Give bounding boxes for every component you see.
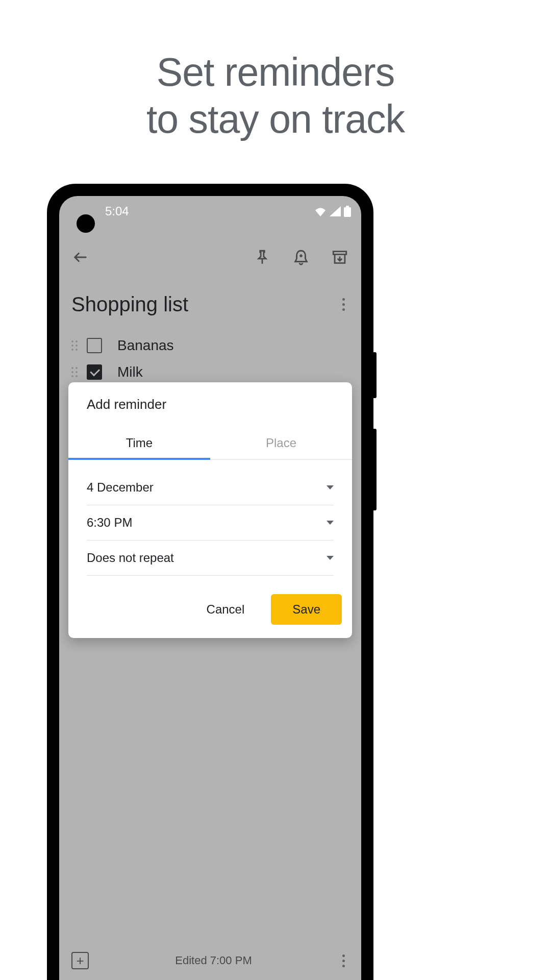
more-options-icon[interactable]: [338, 950, 349, 971]
back-icon[interactable]: [71, 248, 90, 266]
wifi-icon: [314, 206, 327, 216]
save-button[interactable]: Save: [271, 594, 342, 625]
time-field[interactable]: 6:30 PM: [87, 505, 334, 541]
app-toolbar: [59, 237, 361, 278]
marketing-headline: Set reminders to stay on track: [0, 0, 551, 143]
list-item[interactable]: Milk: [71, 359, 349, 385]
dialog-title: Add reminder: [68, 382, 352, 427]
date-field[interactable]: 4 December: [87, 470, 334, 505]
chevron-down-icon: [327, 485, 334, 489]
phone-frame: 5:04: [47, 184, 373, 980]
hero-line2: to stay on track: [146, 97, 405, 141]
chevron-down-icon: [327, 556, 334, 560]
hero-line1: Set reminders: [157, 50, 394, 94]
checkbox-checked[interactable]: [87, 364, 102, 380]
note-area: Shopping list Bananas: [59, 293, 361, 385]
dialog-tabs: Time Place: [68, 427, 352, 460]
repeat-field[interactable]: Does not repeat: [87, 541, 334, 576]
drag-handle-icon[interactable]: [71, 340, 78, 351]
bottom-bar: + Edited 7:00 PM: [59, 941, 361, 980]
edited-timestamp: Edited 7:00 PM: [99, 954, 328, 967]
pin-icon[interactable]: [253, 248, 271, 266]
add-reminder-dialog: Add reminder Time Place 4 December 6:30 …: [68, 382, 352, 638]
add-content-icon[interactable]: +: [71, 952, 89, 969]
archive-icon[interactable]: [331, 248, 349, 266]
phone-side-button: [373, 429, 377, 510]
list-item[interactable]: Bananas: [71, 332, 349, 359]
drag-handle-icon[interactable]: [71, 367, 78, 377]
chevron-down-icon: [327, 521, 334, 525]
phone-side-button: [373, 352, 377, 398]
date-value: 4 December: [87, 480, 154, 495]
tab-place[interactable]: Place: [210, 427, 352, 459]
tab-time[interactable]: Time: [68, 427, 210, 459]
svg-rect-0: [344, 207, 351, 217]
list-item-label[interactable]: Bananas: [117, 337, 174, 354]
camera-punch-hole: [77, 214, 95, 233]
status-bar: 5:04: [59, 196, 361, 227]
note-title[interactable]: Shopping list: [71, 293, 188, 316]
list-item-label[interactable]: Milk: [117, 364, 143, 380]
status-time: 5:04: [105, 204, 129, 218]
battery-icon: [344, 206, 351, 217]
more-options-icon[interactable]: [338, 294, 349, 315]
svg-rect-1: [346, 206, 349, 207]
checkbox[interactable]: [87, 338, 102, 353]
reminder-bell-icon[interactable]: [292, 248, 310, 266]
repeat-value: Does not repeat: [87, 551, 174, 565]
time-value: 6:30 PM: [87, 516, 132, 530]
signal-icon: [330, 206, 341, 216]
cancel-button[interactable]: Cancel: [192, 594, 259, 625]
